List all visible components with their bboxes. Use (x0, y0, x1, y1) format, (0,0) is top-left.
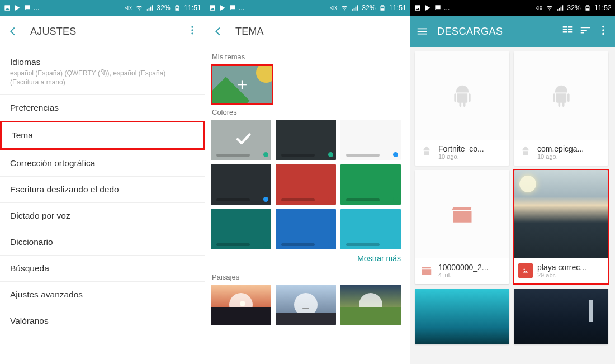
svg-point-4 (602, 29, 604, 31)
back-button[interactable] (212, 25, 224, 37)
settings-item-dictado[interactable]: Dictado por voz (0, 202, 205, 229)
download-thumbnail (415, 51, 509, 140)
settings-item-preferencias[interactable]: Preferencias (0, 94, 205, 121)
settings-panel: ... 32% 11:51 AJUSTES Idiomas (0, 0, 205, 364)
download-card[interactable] (514, 289, 608, 344)
svg-point-1 (191, 29, 193, 31)
chat-icon (434, 4, 442, 12)
settings-item-escritura[interactable]: Escritura deslizando el dedo (0, 176, 205, 202)
settings-item-busqueda[interactable]: Búsqueda (0, 255, 205, 281)
play-icon (219, 4, 226, 12)
download-thumbnail (415, 170, 509, 258)
status-bar: ... 32% 11:51 (205, 0, 410, 16)
add-theme-button[interactable]: + (211, 64, 273, 105)
battery-text: 32% (157, 4, 171, 12)
downloads-panel: ... 32% 11:52 DESCARGAS (410, 0, 615, 364)
download-icon (294, 293, 318, 316)
svg-point-3 (602, 26, 604, 28)
overflow-menu[interactable] (187, 25, 198, 38)
overflow-menu[interactable] (597, 24, 609, 39)
settings-item-label: Escritura deslizando el dedo (10, 185, 195, 195)
color-theme-tile[interactable] (211, 164, 271, 205)
color-grid (211, 120, 404, 249)
settings-item-avanzados[interactable]: Ajustes avanzados (0, 281, 205, 308)
color-theme-tile[interactable] (276, 209, 336, 249)
download-card[interactable] (415, 289, 509, 344)
battery-icon (584, 4, 592, 12)
landscape-theme[interactable] (276, 285, 336, 325)
battery-icon (173, 4, 181, 12)
color-theme-tile[interactable] (340, 120, 401, 160)
settings-item-label: Tema (12, 130, 193, 140)
download-date: 10 ago. (438, 153, 484, 160)
download-name: com.epicga... (537, 144, 584, 153)
download-date: 4 jul. (438, 272, 489, 278)
settings-item-label: Búsqueda (10, 263, 195, 273)
svg-point-6 (524, 269, 525, 270)
settings-item-label: Dictado por voz (10, 211, 195, 221)
download-name: Fortnite_co... (438, 144, 484, 153)
download-card-playa[interactable]: playa correc... 29 abr. (514, 170, 608, 284)
theme-panel: ... 32% 11:51 TEMA Mis temas + C (205, 0, 410, 364)
svg-point-5 (602, 33, 604, 35)
download-card[interactable]: 10000000_2... 4 jul. (415, 170, 509, 284)
image-icon (414, 4, 422, 12)
settings-item-correccion[interactable]: Corrección ortográfica (0, 150, 205, 176)
signal-icon (351, 4, 359, 12)
theme-header: TEMA (205, 16, 410, 47)
color-theme-tile[interactable] (340, 164, 401, 205)
wifi-icon (135, 4, 143, 12)
wifi-icon (546, 4, 554, 12)
battery-icon (379, 4, 386, 12)
theme-title: TEMA (235, 26, 264, 37)
svg-point-0 (191, 26, 193, 28)
download-icon (229, 293, 253, 316)
download-thumbnail (514, 170, 608, 258)
clapperboard-icon (420, 264, 433, 277)
settings-item-label: Diccionario (10, 237, 195, 247)
settings-item-label: Valóranos (10, 316, 195, 326)
settings-item-label: Idiomas (10, 57, 195, 67)
chat-icon (229, 4, 236, 12)
landscape-theme[interactable] (211, 285, 271, 325)
view-grid-icon[interactable] (561, 24, 574, 39)
download-icon (359, 293, 382, 316)
menu-icon[interactable] (416, 25, 428, 37)
download-card[interactable]: com.epicga... 10 ago. (514, 51, 608, 166)
battery-text: 32% (362, 4, 376, 12)
download-date: 10 ago. (537, 153, 584, 160)
wifi-icon (340, 4, 348, 12)
play-icon (13, 4, 21, 12)
settings-item-tema[interactable]: Tema (0, 121, 205, 150)
image-icon (3, 4, 11, 12)
color-theme-tile[interactable] (340, 209, 401, 249)
color-theme-tile[interactable] (276, 164, 336, 205)
show-more-link[interactable]: Mostrar más (211, 249, 404, 270)
mute-icon (330, 4, 338, 12)
play-icon (424, 4, 432, 12)
download-card[interactable]: Fortnite_co... 10 ago. (415, 51, 509, 166)
download-date: 29 abr. (537, 272, 586, 278)
downloads-grid: Fortnite_co... 10 ago. com.epicga... 10 … (415, 51, 611, 344)
download-thumbnail (514, 51, 608, 140)
back-button[interactable] (7, 25, 19, 37)
download-thumbnail (415, 289, 509, 344)
color-theme-tile[interactable] (276, 120, 336, 160)
colores-label: Colores (212, 108, 403, 116)
sort-icon[interactable] (579, 24, 592, 39)
landscape-theme[interactable] (340, 285, 401, 325)
settings-item-diccionario[interactable]: Diccionario (0, 229, 205, 255)
downloads-title: DESCARGAS (437, 26, 503, 37)
settings-item-label: Ajustes avanzados (10, 290, 195, 300)
settings-item-valoranos[interactable]: Valóranos (0, 308, 205, 334)
color-theme-tile[interactable] (211, 209, 271, 249)
mis-temas-label: Mis temas (212, 53, 403, 61)
download-name: 10000000_2... (438, 263, 489, 272)
settings-item-idiomas[interactable]: Idiomas español (España) (QWERTY (Ñ)), e… (0, 49, 205, 94)
color-theme-tile[interactable] (211, 120, 271, 160)
android-icon (450, 83, 475, 108)
clapperboard-icon (450, 202, 475, 226)
landscapes-grid (211, 285, 404, 325)
settings-list: Idiomas español (España) (QWERTY (Ñ)), e… (0, 47, 205, 334)
settings-item-label: Corrección ortográfica (10, 158, 195, 168)
